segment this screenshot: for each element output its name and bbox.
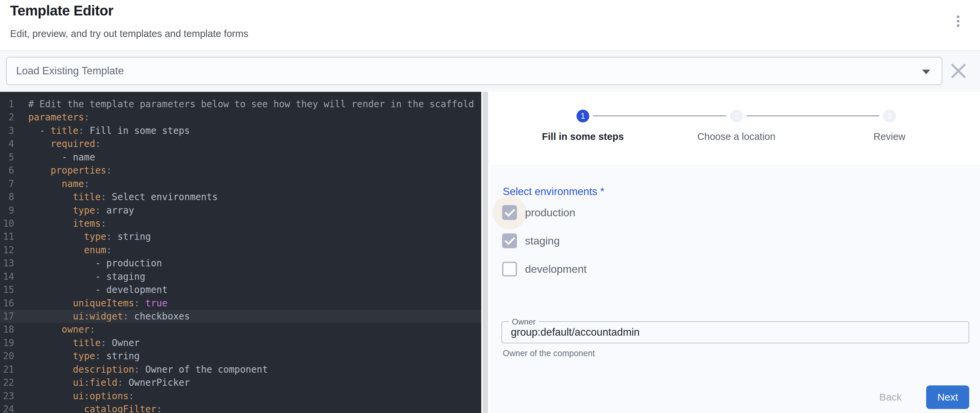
code-line: 8 title: Select environments — [0, 191, 481, 203]
line-number: 24 — [0, 403, 14, 413]
line-number: 13 — [0, 257, 14, 270]
kebab-menu-icon — [957, 16, 959, 27]
line-number: 18 — [0, 323, 14, 336]
step-label: Review — [873, 131, 905, 142]
line-number: 23 — [0, 389, 14, 403]
step-connector — [593, 115, 726, 116]
checkbox-checked-icon[interactable] — [502, 205, 517, 220]
page-subtitle: Edit, preview, and try out templates and… — [10, 28, 248, 39]
code-line: 4 required: — [0, 137, 481, 150]
line-number: 5 — [0, 151, 14, 164]
step-connector — [746, 115, 880, 116]
line-number: 14 — [0, 270, 14, 283]
environment-checkbox-production[interactable]: production — [502, 205, 575, 220]
code-line: 21 description: Owner of the component — [0, 363, 481, 376]
more-options-button[interactable] — [948, 11, 968, 31]
line-number: 6 — [0, 164, 14, 177]
environments-field-label: Select environments * — [503, 186, 605, 198]
code-line: 23 ui:options: — [0, 389, 481, 403]
template-loader-bar: Load Existing Template — [0, 51, 980, 92]
owner-field-value: group:default/accountadmin — [511, 326, 640, 338]
step-indicator: 3 — [883, 110, 896, 122]
code-line: 18 owner: — [0, 323, 481, 336]
code-line: 20 type: string — [0, 349, 481, 362]
close-icon — [949, 62, 968, 80]
line-number: 22 — [0, 376, 14, 389]
clear-template-button[interactable] — [949, 62, 968, 80]
code-line: 2parameters: — [0, 111, 481, 124]
code-line: 6 properties: — [0, 164, 481, 177]
line-number: 20 — [0, 349, 14, 362]
line-number: 2 — [0, 111, 14, 124]
code-line: 1# Edit the template parameters below to… — [0, 97, 481, 111]
step-label: Fill in some steps — [542, 131, 624, 142]
line-number: 12 — [0, 243, 14, 257]
checkbox-label: development — [525, 263, 587, 275]
code-line: 17 ui:widget: checkboxes — [0, 310, 481, 323]
environment-checkbox-development[interactable]: development — [502, 262, 587, 276]
line-number: 9 — [0, 204, 14, 217]
line-number: 21 — [0, 363, 14, 376]
back-button[interactable]: Back — [870, 385, 911, 409]
code-line: 3 - title: Fill in some steps — [0, 124, 481, 137]
load-template-placeholder: Load Existing Template — [16, 65, 124, 77]
line-number: 16 — [0, 297, 14, 310]
load-template-select[interactable]: Load Existing Template — [6, 57, 942, 85]
owner-helper-text: Owner of the component — [503, 348, 595, 358]
line-number: 1 — [0, 97, 14, 111]
code-line: 12 enum: — [0, 243, 481, 257]
checkbox-unchecked-icon[interactable] — [502, 262, 517, 276]
line-number: 15 — [0, 283, 14, 296]
code-line: 24 catalogFilter: — [0, 403, 481, 413]
code-line: 9 type: array — [0, 204, 481, 217]
checkbox-checked-icon[interactable] — [502, 234, 517, 248]
environment-checkbox-staging[interactable]: staging — [502, 234, 560, 248]
line-number: 4 — [0, 137, 14, 150]
page-header: Template Editor Edit, preview, and try o… — [0, 0, 980, 51]
code-line: 5 - name — [0, 151, 481, 164]
line-number: 7 — [0, 177, 14, 191]
dropdown-arrow-icon — [922, 70, 930, 74]
checkbox-label: staging — [525, 235, 560, 247]
page-title: Template Editor — [10, 3, 113, 19]
owner-input[interactable]: Owner group:default/accountadmin — [501, 321, 969, 343]
form-card: Select environments * productionstagingd… — [490, 165, 980, 413]
panel-splitter[interactable] — [483, 92, 488, 413]
code-line: 19 title: Owner — [0, 336, 481, 349]
line-number: 17 — [0, 310, 14, 323]
line-number: 10 — [0, 217, 14, 230]
code-line: 13 - production — [0, 257, 481, 270]
checkbox-label: production — [525, 206, 575, 219]
wizard-panel: 1Fill in some steps2Choose a location3Re… — [488, 92, 980, 413]
step-indicator: 2 — [730, 110, 743, 122]
wizard-stepper: 1Fill in some steps2Choose a location3Re… — [488, 92, 980, 159]
next-button[interactable]: Next — [926, 385, 969, 409]
code-editor[interactable]: 1# Edit the template parameters below to… — [0, 92, 481, 413]
code-line: 7 name: — [0, 177, 481, 191]
step-label: Choose a location — [697, 131, 775, 142]
code-line: 15 - development — [0, 283, 481, 296]
line-number: 11 — [0, 230, 14, 243]
code-line: 14 - staging — [0, 270, 481, 283]
code-line: 11 type: string — [0, 230, 481, 243]
line-number: 3 — [0, 124, 14, 137]
code-line: 16 uniqueItems: true — [0, 297, 481, 310]
code-line: 22 ui:field: OwnerPicker — [0, 376, 481, 389]
line-number: 19 — [0, 336, 14, 349]
line-number: 8 — [0, 191, 14, 203]
step-indicator: 1 — [576, 110, 589, 122]
owner-field-label: Owner — [509, 317, 539, 327]
required-marker: * — [600, 186, 605, 197]
code-line: 10 items: — [0, 217, 481, 230]
